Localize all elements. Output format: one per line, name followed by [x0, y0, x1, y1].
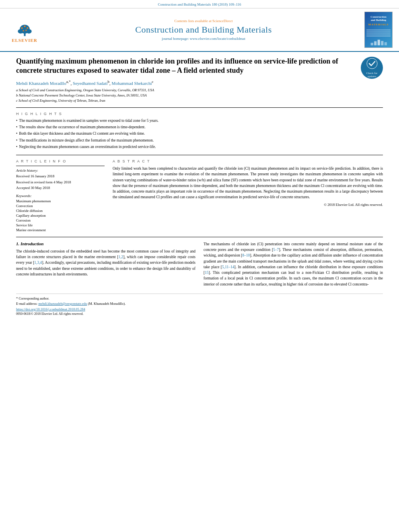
bullet-icon: •	[16, 138, 17, 143]
elsevier-logo: ELSEVIER	[6, 17, 43, 43]
svg-rect-12	[381, 41, 383, 45]
article-header: Quantifying maximum phenomenon in chlori…	[16, 57, 383, 108]
sciencedirect-link: Contents lists available at ScienceDirec…	[47, 19, 360, 23]
article-info-label: A R T I C L E I N F O	[16, 159, 105, 163]
highlights-section: H I G H L I G H T S • The maximum phenom…	[16, 112, 383, 155]
cover-chart-icon	[366, 37, 391, 46]
email-note: E-mail address: mehdi.khanzadeh@oregonst…	[16, 302, 383, 306]
abstract-label: A B S T R A C T	[113, 159, 383, 163]
svg-point-4	[21, 27, 23, 29]
article-authors: Mehdi Khanzadeh Moradlloa,*, Seyedhamed …	[16, 80, 357, 86]
ref-link-5[interactable]: 5,11–14	[222, 265, 234, 269]
highlights-list: • The maximum phenomenon is examined in …	[16, 118, 383, 150]
main-content: Quantifying maximum phenomenon in chlori…	[0, 52, 399, 320]
check-updates-icon	[366, 58, 378, 70]
corresponding-author-note: * Corresponding author.	[16, 296, 383, 300]
email-link[interactable]: mehdi.khanzadeh@oregonstate.edu	[38, 302, 87, 306]
journal-cover-image: Constructionand Building MATERIALS	[364, 12, 393, 48]
doi-link[interactable]: https://doi.org/10.1016/j.conbuildmat.20…	[16, 307, 85, 311]
elsevier-tree-icon	[14, 23, 36, 37]
highlight-item-2: • The results show that the occurrence o…	[16, 125, 383, 130]
svg-point-2	[18, 29, 23, 33]
header-center: Contents lists available at ScienceDirec…	[43, 19, 364, 41]
received-date: Received 16 January 2018	[16, 174, 105, 179]
svg-rect-11	[378, 40, 380, 45]
intro-left-column: 1. Introduction The chloride-induced cor…	[16, 241, 195, 290]
article-title-block: Quantifying maximum phenomenon in chlori…	[16, 57, 357, 103]
cover-label-text: MATERIALS	[368, 23, 389, 26]
keyword-6: Service life	[16, 223, 105, 227]
intro-left-text: The chloride-induced corrosion of the em…	[16, 249, 195, 277]
journal-homepage: journal homepage: www.elsevier.com/locat…	[47, 37, 360, 41]
issn-line: 0950-0618/© 2018 Elsevier Ltd. All right…	[16, 312, 383, 316]
svg-rect-13	[385, 42, 387, 45]
ref-link-2[interactable]: 1,3,4	[34, 261, 42, 265]
svg-rect-9	[371, 43, 373, 45]
abstract-column: A B S T R A C T Only limited work has be…	[113, 159, 383, 233]
doi-area: https://doi.org/10.1016/j.conbuildmat.20…	[16, 307, 383, 311]
intro-right-column: The mechanisms of chloride ion (Cl) pene…	[204, 241, 383, 290]
footer-area: * Corresponding author. E-mail address: …	[16, 294, 383, 316]
keyword-7: Marine environment	[16, 228, 105, 232]
keyword-1: Maximum phenomenon	[16, 199, 105, 203]
copyright-line: © 2018 Elsevier Ltd. All rights reserved…	[113, 203, 383, 207]
highlight-item-3: • Both the skin layer thickness and the …	[16, 131, 383, 136]
intro-right-text: The mechanisms of chloride ion (Cl) pene…	[204, 241, 383, 287]
abstract-text: Only limited work has been completed to …	[113, 166, 383, 200]
article-info-abstract-section: A R T I C L E I N F O Article history: R…	[16, 159, 383, 237]
svg-point-7	[23, 30, 24, 31]
svg-point-14	[367, 58, 377, 69]
svg-point-3	[26, 29, 31, 33]
svg-point-8	[25, 29, 27, 31]
introduction-heading: 1. Introduction	[16, 241, 195, 246]
author3-link[interactable]: Mohammad Shekarchi	[112, 80, 152, 85]
affiliations: a School of Civil and Construction Engin…	[16, 88, 357, 103]
article-info-column: A R T I C L E I N F O Article history: R…	[16, 159, 105, 233]
ref-link-1[interactable]: 1,2	[118, 255, 123, 259]
bullet-icon: •	[16, 125, 17, 130]
keyword-2: Convection	[16, 204, 105, 208]
info-divider	[16, 166, 105, 166]
svg-point-6	[27, 27, 28, 29]
bullet-icon: •	[16, 144, 17, 150]
article-history-label: Article history:	[16, 168, 105, 173]
introduction-section: 1. Introduction The chloride-induced cor…	[16, 241, 383, 290]
elsevier-logo-image	[8, 17, 41, 37]
cover-title-text: Constructionand Building	[370, 15, 386, 22]
ref-link-3[interactable]: 5–7	[273, 248, 279, 252]
keywords-label: Keywords:	[16, 194, 105, 198]
highlight-item-5: • Neglecting the maximum phenomenon caus…	[16, 144, 383, 150]
ref-link-6[interactable]: 15	[205, 271, 209, 275]
svg-rect-10	[374, 41, 376, 45]
revised-date: Received in revised form 4 May 2018	[16, 180, 105, 185]
bullet-icon: •	[16, 131, 17, 136]
article-title: Quantifying maximum phenomenon in chlori…	[16, 57, 357, 76]
bullet-icon: •	[16, 118, 17, 123]
keyword-4: Capillary absorption	[16, 214, 105, 218]
accepted-date: Accepted 30 May 2018	[16, 185, 105, 191]
author2-link[interactable]: Seyedhamed Sadati	[73, 80, 107, 85]
journal-header: ELSEVIER Contents lists available at Sci…	[0, 8, 399, 52]
check-for-updates-badge: Check forupdates	[361, 57, 383, 79]
svg-point-5	[24, 26, 25, 27]
keyword-3: Chloride diffusion	[16, 209, 105, 213]
highlight-item-1: • The maximum phenomenon is examined in …	[16, 118, 383, 123]
highlight-item-4: • The modifications in mixture design af…	[16, 138, 383, 143]
author1-link[interactable]: Mehdi Khanzadeh Moradllo	[16, 80, 66, 85]
journal-reference-line: Construction and Building Materials 180 …	[0, 0, 399, 8]
highlights-label: H I G H L I G H T S	[16, 112, 383, 116]
elsevier-brand-text: ELSEVIER	[12, 38, 37, 43]
journal-title: Construction and Building Materials	[47, 25, 360, 35]
keyword-5: Corrosion	[16, 218, 105, 222]
cover-decoration	[366, 29, 391, 37]
ref-link-4[interactable]: 8–10	[242, 253, 250, 257]
